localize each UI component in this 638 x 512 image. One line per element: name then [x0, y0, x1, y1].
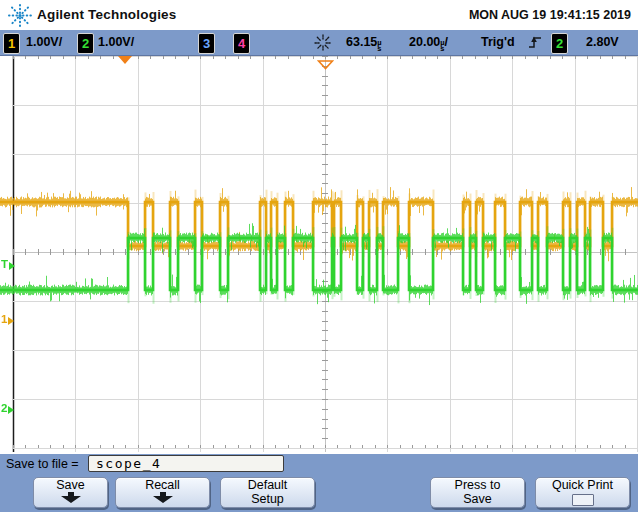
- channel-1-ground-marker[interactable]: 1: [1, 314, 14, 325]
- channel-1-badge[interactable]: 1: [3, 33, 20, 54]
- save-to-file-bar: Save to file = scope_4: [0, 454, 638, 474]
- trigger-time-marker-icon[interactable]: [118, 56, 132, 64]
- recall-button[interactable]: Recall: [115, 477, 210, 508]
- right-arrow-icon: [8, 406, 14, 414]
- trigger-source-badge[interactable]: 2: [551, 33, 568, 54]
- trigger-level-marker[interactable]: T: [1, 259, 15, 270]
- quick-print-indicator: [572, 494, 594, 506]
- softkey-bar: Save Recall Default Setup Press to Save …: [0, 474, 638, 512]
- channel-3-badge[interactable]: 3: [198, 33, 215, 54]
- default-setup-button[interactable]: Default Setup: [220, 477, 315, 508]
- status-bar: 1 1.00V/ 2 1.00V/ 3 4 63.15µs 20.00µs/ T…: [0, 30, 638, 56]
- right-arrow-icon: [9, 262, 15, 270]
- datetime-readout: MON AUG 19 19:41:15 2019: [469, 8, 631, 22]
- trigger-edge-icon: [528, 35, 542, 54]
- channel-4-badge[interactable]: 4: [233, 33, 250, 54]
- press-to-save-button[interactable]: Press to Save: [430, 477, 525, 508]
- channel-2-ground-marker[interactable]: 2: [1, 403, 14, 414]
- channel-1-scale: 1.00V/: [26, 35, 62, 49]
- timebase-sun-icon: [314, 34, 332, 56]
- delay-reference-marker-icon[interactable]: [317, 56, 334, 74]
- save-to-file-label: Save to file =: [6, 457, 79, 471]
- channel-2-scale: 1.00V/: [98, 35, 134, 49]
- brand-title: Agilent Technologies: [37, 7, 177, 22]
- down-arrow-icon: [59, 492, 83, 507]
- down-arrow-icon: [151, 492, 175, 507]
- timebase-readout: 20.00µs/: [409, 35, 448, 52]
- waveform-display: T 1 2: [0, 56, 638, 454]
- top-bar: Agilent Technologies MON AUG 19 19:41:15…: [0, 0, 638, 30]
- save-button[interactable]: Save: [33, 477, 108, 508]
- trigger-level-readout: 2.80V: [586, 35, 619, 49]
- agilent-logo-icon: [7, 3, 33, 32]
- delay-readout: 63.15µs: [346, 35, 382, 52]
- quick-print-button[interactable]: Quick Print: [535, 477, 630, 508]
- oscilloscope-screen: Agilent Technologies MON AUG 19 19:41:15…: [0, 0, 638, 512]
- right-arrow-icon: [8, 317, 14, 325]
- filename-field[interactable]: scope_4: [88, 455, 284, 472]
- waveform-canvas: [0, 56, 638, 454]
- trigger-status: Trig'd: [481, 35, 515, 49]
- channel-2-badge[interactable]: 2: [77, 33, 94, 54]
